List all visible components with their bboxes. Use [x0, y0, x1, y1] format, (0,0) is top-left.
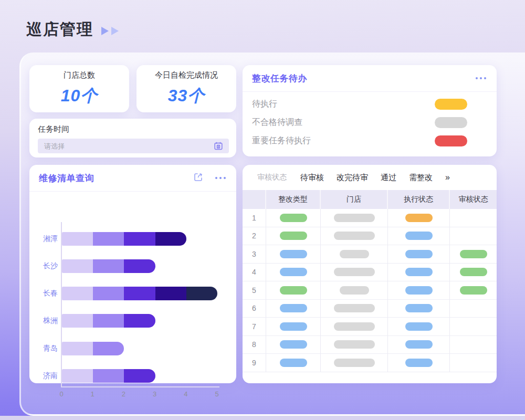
row-number: 2 [243, 227, 266, 246]
table-cell [450, 336, 497, 354]
category-label: 青岛 [35, 344, 58, 353]
stacked-bar[interactable] [62, 232, 186, 246]
category-label: 济南 [35, 371, 58, 381]
row-number: 1 [243, 209, 266, 227]
filter-tab-4[interactable]: 需整改 [409, 173, 433, 183]
filter-tab-3[interactable]: 通过 [381, 173, 396, 183]
table-row[interactable]: 6 [243, 300, 497, 318]
table-cell [321, 227, 388, 246]
chart-y-axis [61, 222, 62, 387]
table-row[interactable]: 3 [243, 245, 497, 264]
todo-row: 重要任务待执行 [243, 132, 497, 150]
status-pill [435, 135, 467, 146]
bar-segment [155, 287, 186, 300]
placeholder-pill [340, 286, 369, 295]
todo-row: 待执行 [243, 95, 497, 113]
status-pill [280, 250, 307, 258]
bar-segment [93, 369, 124, 383]
todo-card: 整改任务待办 待执行不合格待调查重要任务待执行 [243, 65, 497, 156]
table-cell [321, 245, 388, 264]
filter-tab-2[interactable]: 改完待审 [337, 173, 368, 183]
todo-row: 不合格待调查 [243, 113, 497, 132]
x-tick-label: 0 [59, 390, 63, 398]
repair-list-card: 维修清单查询 湘潭长沙长春株洲青岛济南012345 [29, 165, 236, 383]
filter-label: 审核状态 [257, 173, 287, 182]
placeholder-pill [334, 232, 375, 240]
task-time-input[interactable] [38, 139, 229, 153]
placeholder-pill [334, 268, 375, 276]
stat-label: 今日自检完成情况 [155, 70, 218, 80]
table-cell [450, 318, 497, 336]
stacked-bar[interactable] [62, 314, 155, 328]
row-number: 4 [243, 264, 266, 282]
placeholder-pill [334, 322, 375, 331]
status-pill [405, 232, 433, 240]
table-cell [388, 318, 450, 336]
stacked-bar[interactable] [62, 369, 155, 383]
table-cell [388, 245, 450, 264]
todo-label: 重要任务待执行 [252, 135, 311, 146]
bar-segment [124, 287, 155, 300]
status-pill [405, 286, 433, 295]
row-number: 7 [243, 318, 266, 336]
table-row[interactable]: 1 [243, 209, 497, 227]
status-pill [280, 304, 307, 312]
bar-segment [186, 287, 217, 300]
column-header: 门店 [321, 190, 388, 209]
table-cell [450, 227, 497, 246]
bottom-strip [0, 416, 525, 420]
table-row[interactable]: 7 [243, 318, 497, 336]
table-row[interactable]: 2 [243, 227, 497, 246]
bar-segment [124, 232, 155, 246]
table-cell [450, 281, 497, 300]
stacked-bar[interactable] [62, 342, 124, 355]
rectify-table-card: 审核状态 待审核改完待审通过需整改» 整改类型门店执行状态审核状态 123456… [243, 165, 497, 383]
status-pill [280, 232, 307, 240]
status-pill [405, 214, 433, 222]
status-pill [435, 117, 467, 128]
todo-card-title: 整改任务待办 [252, 72, 307, 85]
table-row[interactable]: 9 [243, 354, 497, 372]
table-cell [266, 264, 321, 282]
status-pill [460, 268, 487, 276]
bar-segment [93, 342, 124, 355]
chart-x-axis [61, 386, 219, 387]
stacked-bar[interactable] [62, 287, 217, 300]
double-arrow-icon [101, 26, 119, 36]
table-cell [266, 281, 321, 300]
x-tick-label: 1 [91, 390, 94, 398]
bar-segment [62, 232, 93, 246]
category-label: 湘潭 [35, 234, 58, 244]
status-pill [280, 322, 307, 331]
table-cell [450, 209, 497, 227]
filter-tab-1[interactable]: 待审核 [300, 173, 324, 183]
table-cell [321, 264, 388, 282]
calendar-icon[interactable] [213, 141, 224, 153]
table-row[interactable]: 4 [243, 264, 497, 282]
x-tick-label: 3 [153, 390, 156, 398]
bar-segment [93, 259, 124, 273]
more-icon[interactable] [215, 177, 226, 179]
tabs-more-icon[interactable]: » [445, 173, 450, 182]
row-number: 3 [243, 245, 266, 264]
table-cell [321, 281, 388, 300]
category-label: 长春 [35, 289, 58, 298]
more-icon[interactable] [476, 77, 486, 79]
status-pill [405, 304, 433, 312]
table-row[interactable]: 5 [243, 281, 497, 300]
bar-segment [124, 314, 155, 328]
placeholder-pill [334, 304, 375, 312]
stacked-bar[interactable] [62, 259, 155, 273]
status-pill [435, 99, 467, 110]
category-label: 株洲 [35, 316, 58, 326]
stat-value: 10个 [61, 85, 98, 108]
share-icon[interactable] [192, 171, 205, 185]
status-pill [280, 359, 307, 367]
table-cell [266, 354, 321, 372]
table-cell [266, 336, 321, 354]
status-pill [405, 268, 433, 276]
table-cell [450, 264, 497, 282]
table-cell [321, 209, 388, 227]
table-row[interactable]: 8 [243, 336, 497, 354]
table-cell [388, 354, 450, 372]
